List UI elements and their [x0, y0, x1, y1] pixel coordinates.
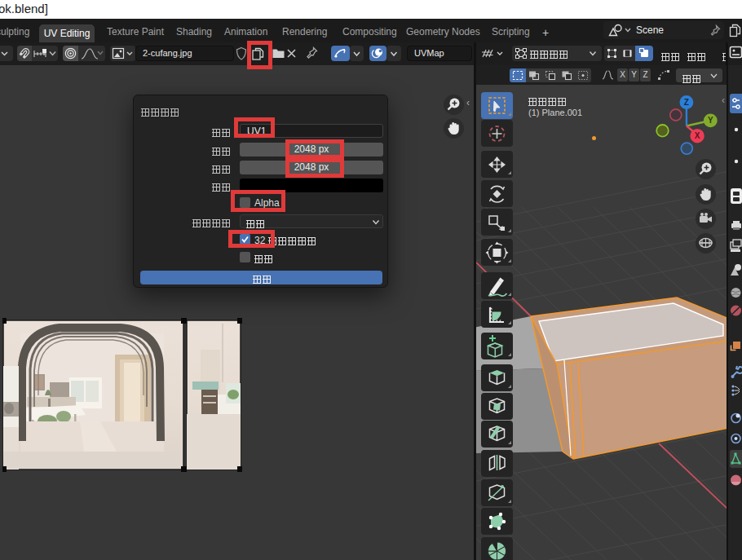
svg-text:Z: Z — [684, 98, 689, 107]
svg-text:Y: Y — [708, 116, 713, 125]
svg-text:X: X — [695, 131, 700, 140]
